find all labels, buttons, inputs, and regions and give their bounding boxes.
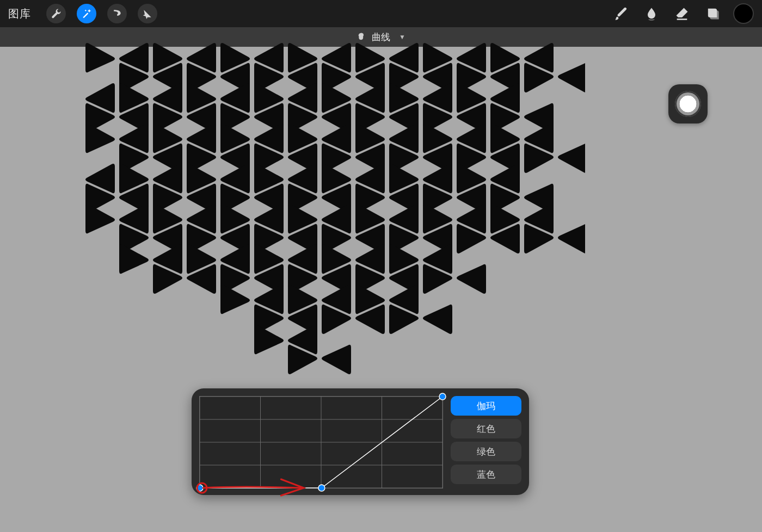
triangle-pattern: [84, 41, 585, 389]
curves-graph[interactable]: [199, 396, 443, 488]
eraser-icon: [674, 6, 690, 21]
toolbar-right-group: [611, 3, 754, 24]
adjustments-icon: [357, 32, 366, 42]
curve-handle[interactable]: [439, 393, 446, 400]
curve-channel-list: 伽玛 红色 绿色 蓝色: [451, 396, 521, 487]
channel-green[interactable]: 绿色: [451, 442, 521, 461]
adjustments-button[interactable]: [77, 4, 96, 23]
curves-panel: 伽玛 红色 绿色 蓝色: [192, 388, 529, 495]
smudge-icon: [644, 6, 659, 21]
erase-button[interactable]: [672, 4, 692, 23]
layers-button[interactable]: [703, 4, 722, 23]
channel-red[interactable]: 红色: [451, 419, 521, 438]
canvas-artwork: [84, 41, 585, 389]
color-swatch[interactable]: [733, 3, 754, 24]
channel-gamma[interactable]: 伽玛: [451, 396, 521, 416]
selection-icon: [112, 8, 122, 19]
channel-blue[interactable]: 蓝色: [451, 465, 521, 484]
assistive-touch-icon: [675, 91, 701, 117]
assistive-touch-button[interactable]: [668, 84, 708, 123]
paint-button[interactable]: [611, 4, 631, 23]
curve-handle[interactable]: [318, 485, 325, 491]
gallery-button[interactable]: 图库: [8, 7, 31, 21]
wrench-icon: [51, 8, 62, 19]
wand-icon: [81, 8, 92, 19]
toolbar-left-group: 图库: [8, 4, 157, 23]
smudge-button[interactable]: [642, 4, 661, 23]
chevron-down-icon: ▼: [399, 33, 405, 41]
selection-button[interactable]: [107, 4, 127, 23]
annotation-arrow: [197, 479, 304, 496]
actions-button[interactable]: [46, 4, 66, 23]
transform-button[interactable]: [138, 4, 157, 23]
main-toolbar: 图库: [0, 0, 762, 27]
curves-gridlines: [200, 397, 443, 488]
pointer-icon: [142, 8, 153, 19]
layers-icon: [705, 6, 720, 21]
brush-icon: [613, 6, 629, 21]
